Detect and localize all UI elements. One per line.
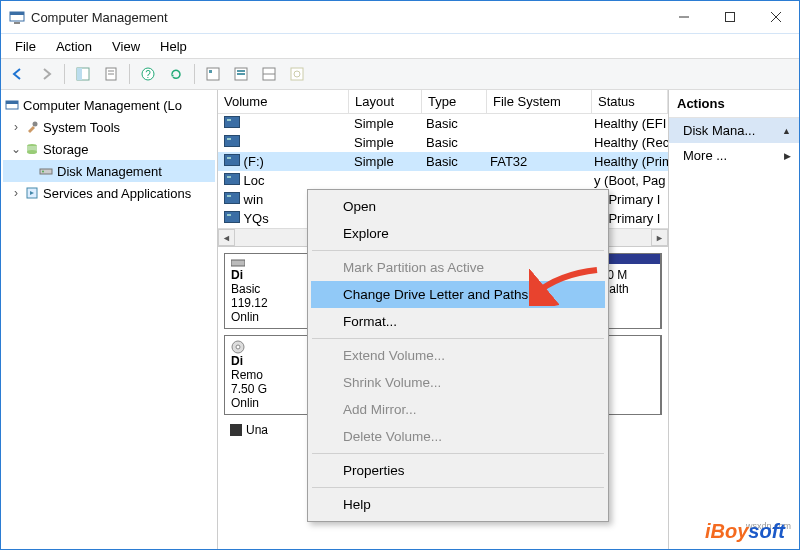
actions-pane: Actions Disk Mana... ▲ More ... ▶: [668, 90, 799, 549]
tree-storage[interactable]: ⌄ Storage: [3, 138, 215, 160]
volume-icon: [224, 154, 240, 166]
context-menu-item[interactable]: Properties: [311, 457, 605, 484]
svg-point-30: [42, 171, 44, 173]
scroll-right-icon[interactable]: ►: [651, 229, 668, 246]
svg-rect-1: [10, 12, 24, 15]
toolbar: ?: [1, 59, 799, 90]
menu-help[interactable]: Help: [150, 37, 197, 56]
app-icon: [9, 9, 25, 25]
menu-action[interactable]: Action: [46, 37, 102, 56]
actions-header: Actions: [669, 90, 799, 118]
svg-text:?: ?: [145, 69, 151, 80]
tree-services[interactable]: › Services and Applications: [3, 182, 215, 204]
grid-header: Volume Layout Type File System Status: [218, 90, 668, 114]
expand-icon[interactable]: ›: [9, 120, 23, 134]
view-button-3[interactable]: [256, 61, 282, 87]
view-button-4[interactable]: [284, 61, 310, 87]
close-button[interactable]: [753, 1, 799, 33]
menu-separator: [312, 487, 604, 488]
storage-icon: [23, 142, 41, 156]
minimize-button[interactable]: [661, 1, 707, 33]
context-menu-item: Extend Volume...: [311, 342, 605, 369]
menu-view[interactable]: View: [102, 37, 150, 56]
volume-icon: [224, 135, 240, 147]
mmc-icon: [3, 98, 21, 112]
svg-point-34: [236, 345, 240, 349]
menu-file[interactable]: File: [5, 37, 46, 56]
svg-rect-2: [14, 22, 20, 24]
help-button[interactable]: ?: [135, 61, 161, 87]
context-menu: OpenExploreMark Partition as ActiveChang…: [307, 189, 609, 522]
menu-separator: [312, 338, 604, 339]
svg-point-25: [33, 122, 38, 127]
svg-rect-18: [237, 73, 245, 75]
table-row[interactable]: SimpleBasicHealthy (Recovery: [218, 133, 668, 152]
disk-mgmt-icon: [37, 164, 55, 178]
refresh-button[interactable]: [163, 61, 189, 87]
action-disk-management[interactable]: Disk Mana... ▲: [669, 118, 799, 143]
forward-button[interactable]: [33, 61, 59, 87]
context-menu-item: Add Mirror...: [311, 396, 605, 423]
legend-swatch: [230, 424, 242, 436]
action-more[interactable]: More ... ▶: [669, 143, 799, 168]
context-menu-item[interactable]: Open: [311, 193, 605, 220]
svg-rect-29: [40, 169, 52, 174]
context-menu-item: Delete Volume...: [311, 423, 605, 450]
toolbar-separator: [64, 64, 65, 84]
tree-root[interactable]: Computer Management (Lo: [3, 94, 215, 116]
watermark: iBoysoft: [705, 520, 785, 543]
menu-separator: [312, 453, 604, 454]
computer-management-window: Computer Management File Action View Hel…: [0, 0, 800, 550]
services-icon: [23, 186, 41, 200]
svg-rect-4: [726, 13, 735, 22]
svg-rect-24: [6, 101, 18, 104]
col-type[interactable]: Type: [422, 90, 487, 114]
svg-rect-32: [231, 260, 245, 266]
volume-icon: [224, 211, 240, 223]
context-menu-item[interactable]: Format...: [311, 308, 605, 335]
back-button[interactable]: [5, 61, 31, 87]
context-menu-item: Shrink Volume...: [311, 369, 605, 396]
svg-point-28: [27, 150, 37, 154]
show-hide-tree-button[interactable]: [70, 61, 96, 87]
window-title: Computer Management: [31, 10, 661, 25]
table-row[interactable]: Locy (Boot, Pag: [218, 171, 668, 190]
properties-button[interactable]: [98, 61, 124, 87]
scroll-left-icon[interactable]: ◄: [218, 229, 235, 246]
menu-separator: [312, 250, 604, 251]
context-menu-item[interactable]: Explore: [311, 220, 605, 247]
maximize-button[interactable]: [707, 1, 753, 33]
table-row[interactable]: (F:)SimpleBasicFAT32Healthy (Primary I: [218, 152, 668, 171]
svg-rect-17: [237, 70, 245, 72]
col-filesystem[interactable]: File System: [487, 90, 592, 114]
context-menu-item[interactable]: Help: [311, 491, 605, 518]
chevron-up-icon: ▲: [782, 126, 791, 136]
col-status[interactable]: Status: [592, 90, 668, 114]
annotation-arrow-icon: [529, 266, 599, 306]
view-button-2[interactable]: [228, 61, 254, 87]
volume-icon: [224, 192, 240, 204]
tools-icon: [23, 120, 41, 134]
col-volume[interactable]: Volume: [218, 90, 349, 114]
menubar: File Action View Help: [1, 34, 799, 59]
volume-icon: [224, 173, 240, 185]
svg-rect-8: [77, 68, 82, 80]
svg-rect-21: [291, 68, 303, 80]
navigation-tree[interactable]: Computer Management (Lo › System Tools ⌄…: [1, 90, 218, 549]
table-row[interactable]: SimpleBasicHealthy (EFI Syste: [218, 114, 668, 133]
col-layout[interactable]: Layout: [349, 90, 422, 114]
volume-icon: [224, 116, 240, 128]
tree-system-tools[interactable]: › System Tools: [3, 116, 215, 138]
collapse-icon[interactable]: ⌄: [9, 142, 23, 156]
expand-icon[interactable]: ›: [9, 186, 23, 200]
chevron-right-icon: ▶: [784, 151, 791, 161]
toolbar-separator: [129, 64, 130, 84]
tree-disk-management[interactable]: Disk Management: [3, 160, 215, 182]
svg-rect-15: [209, 70, 212, 73]
toolbar-separator: [194, 64, 195, 84]
view-button-1[interactable]: [200, 61, 226, 87]
titlebar: Computer Management: [1, 1, 799, 34]
svg-rect-14: [207, 68, 219, 80]
